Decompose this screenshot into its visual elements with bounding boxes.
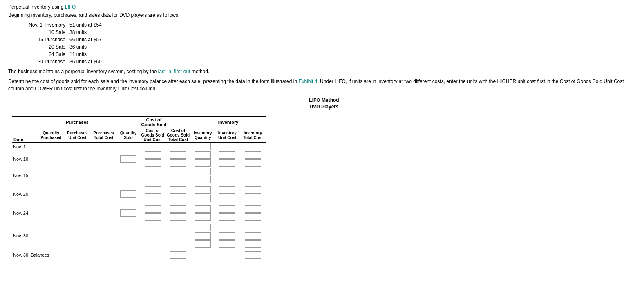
nov10-cogs-qty[interactable]	[117, 151, 140, 167]
nov20-inv-total-2[interactable]	[240, 194, 266, 202]
input-nov10-inv-total-1[interactable]	[245, 151, 261, 159]
nov30-inv-total-2[interactable]	[240, 232, 266, 240]
input-nov15-purch-qty[interactable]	[43, 168, 59, 175]
input-nov20-cogs-total-1[interactable]	[170, 186, 186, 194]
input-nov24-inv-total-2[interactable]	[245, 213, 261, 221]
input-nov10-inv-unit-2[interactable]	[219, 159, 235, 167]
balances-cogs-total[interactable]	[165, 251, 191, 259]
input-nov10-cogs-total-1[interactable]	[170, 151, 186, 159]
input-nov24-inv-qty-2[interactable]	[195, 213, 211, 221]
nov30-inv-qty-2[interactable]	[191, 232, 215, 240]
input-nov24-cogs-unit-2[interactable]	[145, 213, 161, 221]
nov20-inv-qty-1[interactable]	[191, 186, 215, 194]
input-nov15-inv-qty-1[interactable]	[195, 168, 211, 175]
input-nov10-cogs-total-2[interactable]	[170, 159, 186, 167]
nov30-inv-total-1[interactable]	[240, 224, 266, 232]
input-nov10-inv-qty-2[interactable]	[195, 159, 211, 167]
input-nov10-cogs-qty[interactable]	[120, 155, 136, 163]
lifo-link[interactable]: LIFO	[65, 4, 76, 10]
input-nov30-purch-total[interactable]	[96, 224, 112, 231]
nov30-purch-qty[interactable]	[38, 224, 64, 232]
input-nov10-inv-total-2[interactable]	[245, 159, 261, 167]
nov15-inv-total-2[interactable]	[240, 175, 266, 184]
input-nov30-inv-unit-2[interactable]	[219, 232, 235, 240]
input-nov15-inv-total-1[interactable]	[245, 168, 261, 175]
input-nov1-inv-total[interactable]	[245, 143, 261, 150]
input-nov15-inv-total-2[interactable]	[245, 176, 261, 183]
input-nov1-inv-unit[interactable]	[219, 143, 235, 150]
nov10-inv-total-2[interactable]	[240, 159, 266, 167]
nov15-inv-unit-1[interactable]	[215, 167, 240, 175]
exhibit-link[interactable]: Exhibit 4	[298, 78, 317, 84]
nov24-inv-unit-2[interactable]	[215, 213, 240, 221]
input-nov24-inv-unit-1[interactable]	[219, 205, 235, 213]
input-nov30-purch-unit[interactable]	[69, 224, 85, 231]
nov20-cogs-total-2[interactable]	[165, 194, 191, 202]
input-nov15-purch-total[interactable]	[96, 168, 112, 175]
input-nov20-cogs-total-2[interactable]	[170, 195, 186, 202]
input-nov30-inv-unit-1[interactable]	[219, 224, 235, 231]
nov20-cogs-total-1[interactable]	[165, 186, 191, 194]
nov30-inv-total-3[interactable]	[240, 240, 266, 248]
nov10-cogs-total-1[interactable]	[165, 151, 191, 159]
nov10-inv-total-1[interactable]	[240, 151, 266, 159]
nov1-inv-qty[interactable]	[191, 143, 215, 151]
input-nov30-inv-qty-1[interactable]	[195, 224, 211, 231]
input-nov20-inv-total-1[interactable]	[245, 186, 261, 194]
nov20-inv-unit-1[interactable]	[215, 186, 240, 194]
input-nov24-inv-qty-1[interactable]	[195, 205, 211, 213]
balances-inv-total[interactable]	[240, 251, 266, 259]
nov24-inv-total-1[interactable]	[240, 205, 266, 213]
input-nov30-inv-total-1[interactable]	[245, 224, 261, 231]
input-nov10-cogs-unit-2[interactable]	[145, 159, 161, 167]
input-nov20-cogs-qty[interactable]	[120, 190, 136, 198]
input-nov24-cogs-total-2[interactable]	[170, 213, 186, 221]
nov10-cogs-unit-2[interactable]	[140, 159, 165, 167]
input-nov15-inv-unit-2[interactable]	[219, 176, 235, 183]
nov10-cogs-total-2[interactable]	[165, 159, 191, 167]
input-balances-inv-total[interactable]	[245, 251, 261, 259]
input-nov15-purch-unit[interactable]	[69, 168, 85, 175]
input-nov15-inv-qty-2[interactable]	[195, 176, 211, 183]
nov15-inv-qty-1[interactable]	[191, 167, 215, 175]
nov10-cogs-unit-1[interactable]	[140, 151, 165, 159]
nov30-inv-unit-3[interactable]	[215, 240, 240, 248]
nov24-inv-qty-2[interactable]	[191, 213, 215, 221]
nov24-inv-total-2[interactable]	[240, 213, 266, 221]
nov30-inv-qty-3[interactable]	[191, 240, 215, 248]
nov30-purch-unit[interactable]	[64, 224, 90, 232]
input-nov20-inv-qty-1[interactable]	[195, 186, 211, 194]
input-nov24-cogs-total-1[interactable]	[170, 205, 186, 213]
nov10-inv-unit-1[interactable]	[215, 151, 240, 159]
input-nov20-inv-total-2[interactable]	[245, 195, 261, 202]
nov24-inv-unit-1[interactable]	[215, 205, 240, 213]
nov20-cogs-unit-1[interactable]	[140, 186, 165, 194]
input-nov10-cogs-unit-1[interactable]	[145, 151, 161, 159]
nov10-inv-unit-2[interactable]	[215, 159, 240, 167]
input-nov1-inv-qty[interactable]	[195, 143, 211, 150]
input-nov24-inv-total-1[interactable]	[245, 205, 261, 213]
nov30-inv-qty-1[interactable]	[191, 224, 215, 232]
input-nov20-cogs-unit-1[interactable]	[145, 186, 161, 194]
nov24-cogs-unit-2[interactable]	[140, 213, 165, 221]
nov1-inv-unit[interactable]	[215, 143, 240, 151]
input-nov10-inv-qty-1[interactable]	[195, 151, 211, 159]
nov24-inv-qty-1[interactable]	[191, 205, 215, 213]
input-nov20-inv-unit-2[interactable]	[219, 195, 235, 202]
nov20-inv-total-1[interactable]	[240, 186, 266, 194]
nov15-inv-qty-2[interactable]	[191, 175, 215, 184]
input-nov30-inv-qty-3[interactable]	[195, 240, 211, 248]
nov24-cogs-qty[interactable]	[117, 205, 140, 221]
input-nov30-inv-qty-2[interactable]	[195, 232, 211, 240]
input-nov10-inv-unit-1[interactable]	[219, 151, 235, 159]
input-nov30-inv-total-2[interactable]	[245, 232, 261, 240]
nov15-purch-total[interactable]	[90, 167, 116, 175]
nov15-inv-unit-2[interactable]	[215, 175, 240, 184]
input-nov24-cogs-unit-1[interactable]	[145, 205, 161, 213]
input-nov20-cogs-unit-2[interactable]	[145, 195, 161, 202]
nov15-purch-unit[interactable]	[64, 167, 90, 175]
nov1-inv-total[interactable]	[240, 143, 266, 151]
nov15-inv-total-1[interactable]	[240, 167, 266, 175]
nov20-cogs-unit-2[interactable]	[140, 194, 165, 202]
nov20-inv-unit-2[interactable]	[215, 194, 240, 202]
